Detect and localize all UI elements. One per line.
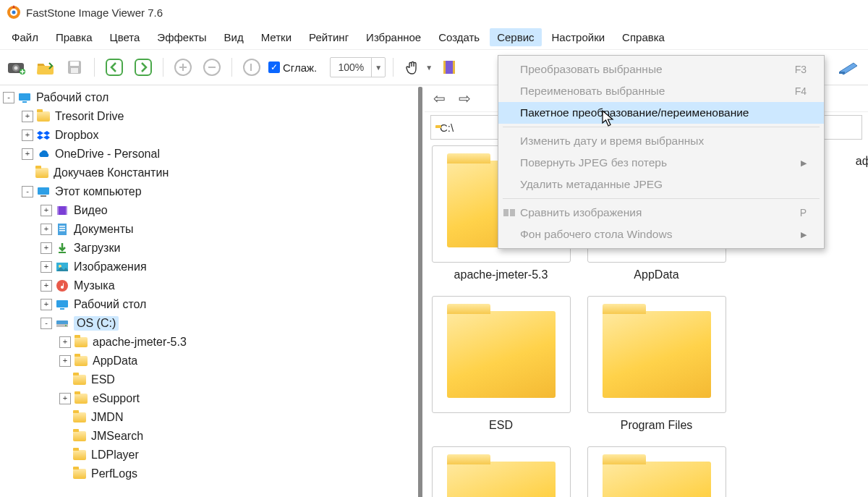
menu-item: Преобразовать выбранныеF3 <box>498 59 824 80</box>
tree-item[interactable]: -OS (C:) <box>0 314 416 333</box>
menu-справка[interactable]: Справка <box>615 28 672 46</box>
tree-item[interactable]: -Рабочий стол <box>0 88 416 107</box>
folder-icon <box>74 392 88 405</box>
expand-icon[interactable]: + <box>22 111 33 122</box>
tree-item[interactable]: PerfLogs <box>0 464 416 483</box>
camera-icon[interactable] <box>4 55 29 80</box>
tree-item[interactable]: +eSupport <box>0 389 416 408</box>
folder-thumbnail[interactable]: ESD <box>430 296 571 432</box>
menu-настройки[interactable]: Настройки <box>545 28 613 46</box>
menu-сервис[interactable]: Сервис <box>490 28 541 46</box>
expand-icon[interactable]: + <box>59 393 71 404</box>
tree-item[interactable]: LDPlayer <box>0 446 416 464</box>
expand-icon[interactable]: + <box>41 261 52 273</box>
open-folder-icon[interactable] <box>33 55 58 80</box>
menu-item[interactable]: Пакетное преобразование/переименование <box>498 102 824 124</box>
tree-item[interactable]: ESD <box>0 370 416 389</box>
menu-избранное[interactable]: Избранное <box>359 28 428 46</box>
tree-item[interactable]: Докучаев Константин <box>0 163 416 182</box>
svg-point-33 <box>59 265 61 268</box>
tree-item[interactable]: +apache-jmeter-5.3 <box>0 333 416 352</box>
zoom-actual-icon[interactable] <box>239 55 264 80</box>
tree-item[interactable]: JMDN <box>0 408 416 427</box>
menu-item-label: Повернуть JPEG без потерь <box>520 156 667 169</box>
expand-icon[interactable]: + <box>41 280 52 292</box>
tree-label: LDPlayer <box>91 449 139 462</box>
expand-icon[interactable]: + <box>22 148 33 160</box>
collapse-icon[interactable]: - <box>22 186 33 197</box>
tree-item[interactable]: +Загрузки <box>0 239 416 258</box>
save-icon[interactable] <box>62 55 87 80</box>
film-tool-icon[interactable] <box>437 55 461 80</box>
collapse-icon[interactable]: - <box>3 92 14 103</box>
menu-item-label: Пакетное преобразование/переименование <box>520 106 749 119</box>
forward-arrow-icon[interactable]: ⇨ <box>456 90 474 107</box>
menu-item: Изменить дату и время выбранных <box>498 130 824 152</box>
menu-правка[interactable]: Правка <box>48 28 100 46</box>
expand-icon[interactable]: + <box>41 205 52 216</box>
splitter[interactable] <box>416 85 425 497</box>
menu-метки[interactable]: Метки <box>254 28 299 46</box>
zoom-out-icon[interactable] <box>200 55 224 80</box>
tree-item[interactable]: +Документы <box>0 220 416 239</box>
expand-icon[interactable]: + <box>41 299 52 310</box>
svg-rect-17 <box>443 61 446 74</box>
nav-back-icon[interactable] <box>102 55 127 80</box>
folder-tree[interactable]: -Рабочий стол+Tresorit Drive+Dropbox+One… <box>0 85 416 486</box>
expand-icon[interactable]: + <box>41 242 52 254</box>
chevron-down-icon[interactable]: ▼ <box>371 58 385 77</box>
desktop-icon <box>17 91 32 104</box>
tree-item[interactable]: +OneDrive - Personal <box>0 145 416 163</box>
menu-эффекты[interactable]: Эффекты <box>150 28 213 46</box>
folder-thumbnail[interactable]: ReplacedPDF <box>586 446 727 497</box>
menu-рейтинг[interactable]: Рейтинг <box>302 28 356 46</box>
clipped-button-label[interactable]: афика <box>856 155 868 168</box>
expand-icon[interactable]: + <box>59 355 71 367</box>
folder-large-icon <box>432 446 571 497</box>
smoothing-checkbox[interactable]: ✓ Сглаж. <box>268 61 317 74</box>
expand-icon[interactable]: + <box>41 224 52 235</box>
menu-цвета[interactable]: Цвета <box>103 28 148 46</box>
separator <box>393 58 393 77</box>
collapse-icon[interactable]: - <box>41 318 52 329</box>
menu-файл[interactable]: Файл <box>4 28 46 46</box>
nav-forward-icon[interactable] <box>131 55 156 80</box>
tree-item[interactable]: +Рабочий стол <box>0 295 416 314</box>
tree-item[interactable]: +Музыка <box>0 276 416 295</box>
hand-tool-icon[interactable] <box>401 55 425 80</box>
zoom-combo[interactable]: 100% ▼ <box>330 57 386 77</box>
menu-item: Удалить метаданные JPEG <box>498 174 824 195</box>
tree-item[interactable]: +Dropbox <box>0 126 416 145</box>
zoom-in-icon[interactable] <box>171 55 195 80</box>
checkbox-checked-icon: ✓ <box>268 61 280 73</box>
svg-rect-29 <box>59 228 65 229</box>
menu-item-label: Удалить метаданные JPEG <box>520 178 663 191</box>
menu-item: Переименовать выбранныеF4 <box>498 80 824 102</box>
svg-rect-41 <box>510 209 515 216</box>
menu-item: Сравнить изображенияP <box>498 202 824 224</box>
svg-rect-11 <box>135 59 151 75</box>
menu-создать[interactable]: Создать <box>431 28 487 46</box>
tree-item[interactable]: +Tresorit Drive <box>0 107 416 126</box>
menu-вид[interactable]: Вид <box>217 28 251 46</box>
menu-item-label: Изменить дату и время выбранных <box>520 135 704 148</box>
tree-item[interactable]: +AppData <box>0 352 416 370</box>
menu-shortcut: F3 <box>795 64 807 75</box>
service-menu-dropdown[interactable]: Преобразовать выбранныеF3Переименовать в… <box>498 55 825 249</box>
tree-item[interactable]: +Изображения <box>0 258 416 276</box>
folder-thumbnail[interactable]: Program Files <box>586 296 727 432</box>
expand-icon[interactable]: + <box>59 336 71 348</box>
tree-label: Этот компьютер <box>55 185 142 198</box>
tree-item[interactable]: -Этот компьютер <box>0 182 416 201</box>
folder-icon <box>36 110 51 123</box>
tree-item[interactable]: +Видео <box>0 201 416 220</box>
scanner-icon[interactable] <box>836 55 861 80</box>
folder-thumbnail[interactable]: Program Files (x86) <box>430 446 571 497</box>
back-arrow-icon[interactable]: ⇦ <box>430 90 448 107</box>
svg-point-5 <box>14 67 18 70</box>
spacer <box>59 469 69 479</box>
chevron-down-icon[interactable]: ▼ <box>425 64 433 72</box>
expand-icon[interactable]: + <box>22 129 33 141</box>
menu-item: Повернуть JPEG без потерь▶ <box>498 152 824 174</box>
tree-item[interactable]: JMSearch <box>0 427 416 446</box>
